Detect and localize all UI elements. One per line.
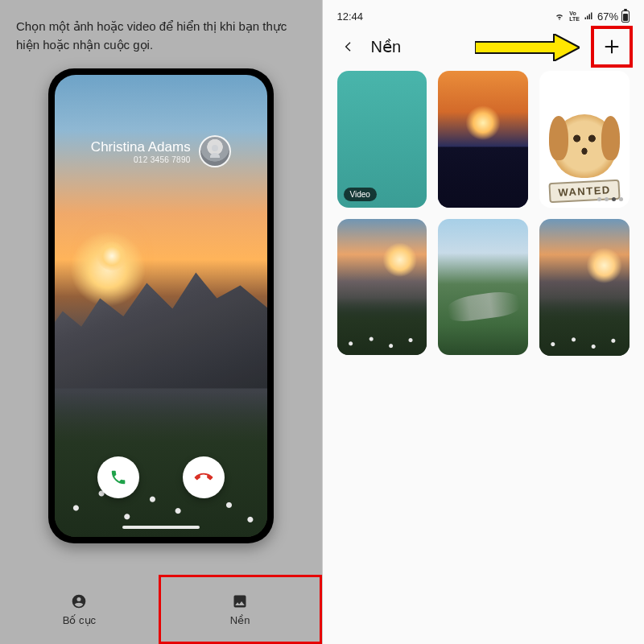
- annotation-highlight: [591, 26, 633, 68]
- gesture-handle[interactable]: [122, 526, 200, 529]
- pager-dots: [597, 197, 623, 201]
- dog-graphic: [553, 114, 617, 178]
- phone-screen: Christina Adams 012 3456 7890: [55, 75, 267, 537]
- right-screen: 12:44 VoLTE 67% Nền Video: [323, 0, 645, 644]
- caller-number: 012 3456 7890: [91, 155, 191, 164]
- image-icon: [232, 593, 248, 609]
- person-silhouette-icon: [205, 142, 225, 161]
- page-header: Nền: [337, 24, 630, 69]
- background-thumb-valley-train[interactable]: [438, 219, 528, 356]
- status-bar: 12:44 VoLTE 67%: [337, 0, 630, 24]
- video-badge: Video: [344, 188, 377, 201]
- phone-icon: [109, 469, 127, 486]
- caller-avatar: [199, 135, 231, 167]
- tab-layout[interactable]: Bố cục: [0, 575, 159, 644]
- battery-icon: [621, 10, 630, 23]
- tab-layout-label: Bố cục: [63, 614, 96, 626]
- back-button[interactable]: [337, 35, 360, 58]
- phone-mockup: Christina Adams 012 3456 7890: [16, 68, 306, 644]
- background-thumb-ocean-sunset[interactable]: [438, 71, 528, 208]
- tab-background[interactable]: Nền: [159, 575, 322, 644]
- svg-marker-0: [475, 34, 580, 61]
- phone-hangup-icon: [191, 464, 216, 489]
- mountains-graphic: [55, 260, 267, 389]
- left-screen: Chọn một ảnh hoặc video để hiển thị khi …: [0, 0, 322, 644]
- tab-background-label: Nền: [230, 614, 250, 626]
- background-thumb-teal[interactable]: Video: [337, 71, 427, 208]
- volte-badge: VoLTE: [569, 10, 580, 22]
- background-thumb-wanted-dog[interactable]: WANTED: [539, 71, 630, 208]
- arrow-right-icon: [475, 34, 580, 61]
- accept-call-button[interactable]: [97, 456, 139, 498]
- caller-name: Christina Adams: [91, 139, 191, 155]
- sun-icon: [97, 242, 126, 270]
- intro-text: Chọn một ảnh hoặc video để hiển thị khi …: [16, 18, 306, 54]
- status-time: 12:44: [337, 10, 364, 23]
- call-controls: [55, 456, 267, 498]
- wifi-icon: [553, 11, 566, 21]
- add-background-button[interactable]: [594, 29, 630, 64]
- phone-frame: Christina Adams 012 3456 7890: [48, 68, 274, 543]
- battery-text: 67%: [597, 10, 618, 23]
- background-thumb-mountain-sunset-2[interactable]: [539, 219, 630, 356]
- caller-info: Christina Adams 012 3456 7890: [55, 135, 267, 167]
- person-circle-icon: [71, 593, 87, 609]
- decline-call-button[interactable]: [183, 456, 225, 498]
- page-title: Nền: [371, 37, 402, 56]
- background-grid: Video WANTED: [337, 71, 630, 356]
- status-right: VoLTE 67%: [553, 10, 630, 23]
- bottom-tabs: Bố cục Nền: [0, 575, 322, 644]
- annotation-arrow: [475, 34, 580, 64]
- background-thumb-mountain-sunset-1[interactable]: [337, 219, 427, 356]
- chevron-left-icon: [342, 40, 355, 53]
- signal-icon: [583, 11, 594, 21]
